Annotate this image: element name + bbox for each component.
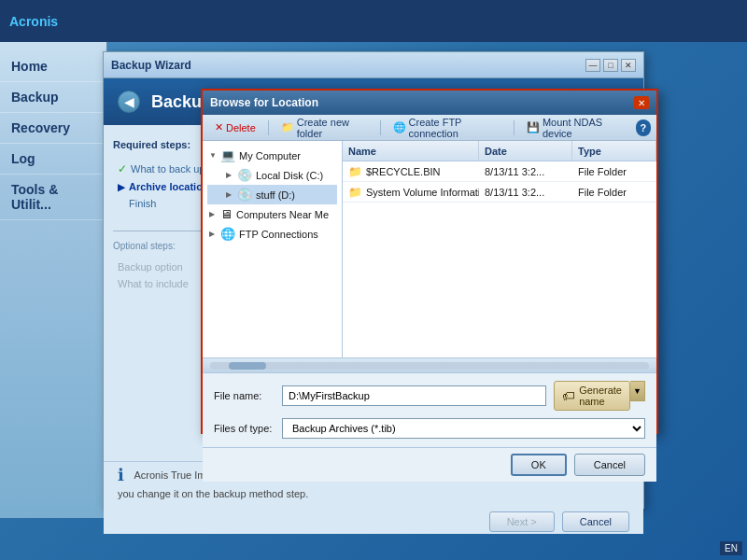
disk-d-icon: 💿	[237, 188, 252, 202]
tree-item-local-disk-c-label: Local Disk (C:)	[256, 170, 323, 181]
expand-arrow-d-icon: ▶	[226, 190, 233, 199]
browse-dialog-title: Browse for Location	[210, 96, 318, 109]
horizontal-scrollbar[interactable]	[203, 357, 656, 372]
create-ftp-button[interactable]: 🌐 Create FTP connection	[387, 114, 508, 142]
browse-cancel-button[interactable]: Cancel	[574, 454, 645, 476]
sidebar: Home Backup Recovery Log Tools & Utilit.…	[0, 42, 107, 518]
filelist-cell-name-1: 📁 System Volume Information	[343, 182, 479, 202]
filelist-row[interactable]: 📁 $RECYCLE.BIN 8/13/11 3:2... File Folde…	[343, 161, 656, 182]
folder-icon-0: 📁	[348, 165, 362, 178]
scrollbar-thumb[interactable]	[229, 362, 266, 370]
toolbar-divider-3	[514, 120, 514, 135]
tree-item-local-disk-c[interactable]: ▶ 💿 Local Disk (C:)	[207, 165, 337, 185]
browse-content: ▼ 💻 My Computer ▶ 💿 Local Disk (C:) ▶ 💿 …	[203, 141, 656, 357]
wizard-cancel-button[interactable]: Cancel	[562, 511, 629, 532]
wizard-back-button[interactable]: ◀	[118, 91, 140, 113]
step-what-to-include-label: What to include	[118, 278, 189, 289]
delete-icon: ✕	[215, 121, 223, 133]
backup-wizard-titlebar-buttons: — □ ✕	[585, 59, 636, 72]
tree-item-computers-near-me[interactable]: ▶ 🖥 Computers Near Me	[207, 204, 337, 224]
ftp-tree-icon: 🌐	[220, 227, 235, 241]
generate-name-group: 🏷 Generate name ▼	[554, 381, 645, 411]
browse-ok-button[interactable]: OK	[511, 454, 567, 476]
ndas-icon: 💾	[527, 121, 540, 133]
disk-c-icon: 💿	[237, 168, 252, 182]
column-date: Date	[479, 141, 572, 161]
expand-arrow-icon: ▼	[209, 151, 217, 160]
sidebar-item-recovery[interactable]: Recovery	[0, 113, 106, 144]
folder-icon: 📁	[281, 121, 294, 133]
help-button[interactable]: ?	[636, 119, 651, 136]
expand-arrow-network-icon: ▶	[209, 210, 217, 218]
browse-tree: ▼ 💻 My Computer ▶ 💿 Local Disk (C:) ▶ 💿 …	[203, 141, 343, 357]
create-ftp-label: Create FTP connection	[409, 117, 501, 139]
mount-ndas-button[interactable]: 💾 Mount NDAS device	[520, 114, 630, 142]
delete-toolbar-button[interactable]: ✕ Delete	[208, 119, 262, 136]
filelist-cell-type-0: File Folder	[572, 161, 656, 181]
sidebar-item-backup[interactable]: Backup	[0, 82, 106, 113]
filelist-cell-date-0: 8/13/11 3:2...	[479, 161, 572, 181]
browse-dialog-actions: OK Cancel	[203, 447, 656, 482]
generate-dropdown-button[interactable]: ▼	[630, 381, 645, 401]
info-icon: ℹ	[118, 466, 124, 484]
generate-icon: 🏷	[562, 388, 575, 403]
filelist-row[interactable]: 📁 System Volume Information 8/13/11 3:2.…	[343, 182, 656, 203]
tree-item-stuff-d[interactable]: ▶ 💿 stuff (D:)	[207, 185, 337, 204]
column-type: Type	[572, 141, 656, 161]
folder-icon-1: 📁	[348, 186, 362, 199]
step-active-icon: ▶	[118, 182, 125, 192]
acronis-logo-bar: Acronis	[0, 0, 747, 42]
delete-label: Delete	[226, 122, 256, 133]
footer-buttons: Next > Cancel	[118, 511, 629, 532]
generate-name-button[interactable]: 🏷 Generate name	[554, 381, 630, 411]
filetype-label: Files of type:	[214, 423, 275, 434]
toolbar-divider-1	[268, 120, 269, 135]
sidebar-item-log[interactable]: Log	[0, 144, 106, 175]
tree-item-ftp-connections-label: FTP Connections	[239, 229, 318, 240]
close-button[interactable]: ✕	[621, 59, 636, 72]
browse-toolbar: ✕ Delete 📁 Create new folder 🌐 Create FT…	[203, 115, 656, 141]
scrollbar-track	[210, 362, 649, 370]
filelist-name-1: System Volume Information	[366, 187, 479, 198]
filelist-cell-name-0: 📁 $RECYCLE.BIN	[343, 161, 479, 181]
backup-wizard-title: Backup Wizard	[111, 59, 191, 72]
mount-ndas-label: Mount NDAS device	[543, 117, 624, 139]
filelist-cell-type-1: File Folder	[572, 182, 656, 202]
language-badge: EN	[720, 541, 742, 555]
step-check-icon: ✓	[118, 162, 127, 175]
expand-arrow-c-icon: ▶	[226, 171, 233, 179]
maximize-button[interactable]: □	[603, 59, 618, 72]
step-what-to-backup-label: What to back up	[131, 163, 205, 175]
tree-item-stuff-d-label: stuff (D:)	[256, 189, 295, 201]
computer-icon: 💻	[220, 148, 235, 162]
tree-item-my-computer-label: My Computer	[239, 150, 301, 161]
sidebar-item-tools[interactable]: Tools & Utilit...	[0, 175, 106, 220]
browse-filelist: Name Date Type 📁 $RECYCLE.BIN 8/13/11 3:…	[343, 141, 656, 357]
browse-bottom: File name: 🏷 Generate name ▼ Files of ty…	[203, 372, 656, 447]
backup-wizard-titlebar: Backup Wizard — □ ✕	[104, 52, 643, 78]
browse-dialog-close-button[interactable]: ✕	[634, 96, 649, 109]
step-backup-option-label: Backup option	[118, 261, 183, 273]
filelist-header: Name Date Type	[343, 141, 656, 161]
filelist-cell-date-1: 8/13/11 3:2...	[479, 182, 572, 202]
ftp-icon: 🌐	[393, 121, 406, 133]
browse-dialog: Browse for Location ✕ ✕ Delete 📁 Create …	[201, 89, 658, 434]
filename-row: File name: 🏷 Generate name ▼	[214, 381, 645, 411]
filetype-select[interactable]: Backup Archives (*.tib)	[282, 418, 645, 439]
filetype-row: Files of type: Backup Archives (*.tib)	[214, 418, 645, 439]
tree-item-ftp-connections[interactable]: ▶ 🌐 FTP Connections	[207, 224, 337, 244]
filename-label: File name:	[214, 390, 275, 401]
minimize-button[interactable]: —	[585, 59, 600, 72]
sidebar-item-home[interactable]: Home	[0, 51, 106, 82]
filename-input[interactable]	[282, 385, 546, 406]
next-button[interactable]: Next >	[489, 511, 555, 532]
create-folder-label: Create new folder	[297, 117, 368, 139]
tree-item-computers-near-me-label: Computers Near Me	[236, 209, 329, 220]
acronis-logo: Acronis	[9, 14, 58, 29]
create-folder-button[interactable]: 📁 Create new folder	[275, 114, 374, 142]
tree-item-my-computer[interactable]: ▼ 💻 My Computer	[207, 146, 337, 165]
step-archive-location-label: Archive location	[129, 181, 209, 192]
expand-arrow-ftp-icon: ▶	[209, 230, 217, 238]
step-finish-label: Finish	[129, 198, 156, 209]
browse-dialog-titlebar: Browse for Location ✕	[203, 91, 656, 115]
